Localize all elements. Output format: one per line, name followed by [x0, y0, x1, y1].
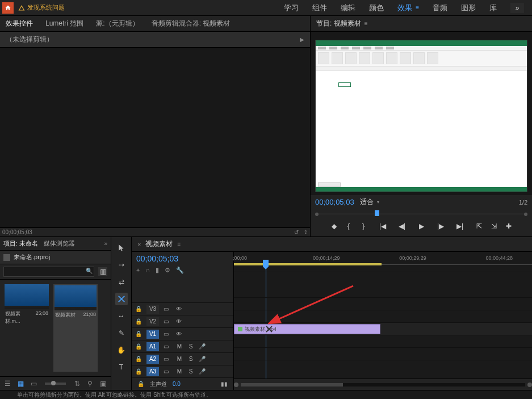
go-to-out-button[interactable]: ▶|	[455, 222, 464, 231]
tab-program[interactable]: 节目: 视频素材	[316, 19, 361, 28]
master-value[interactable]: 0.0	[173, 381, 181, 387]
hand-tool[interactable]: ✋	[115, 344, 128, 356]
timeline-timecode[interactable]: 00;00;05;03	[136, 254, 178, 263]
bin-item-sequence[interactable]: 视频素材 21;08	[53, 284, 98, 372]
tab-lumetri-scopes[interactable]: Lumetri 范围	[44, 16, 85, 31]
nav-audio[interactable]: 音频	[433, 3, 447, 13]
track-v2[interactable]	[234, 310, 532, 322]
timeline-horizontal-scroll[interactable]	[234, 379, 532, 390]
export-frame-button[interactable]: ✚	[504, 222, 513, 231]
settings-toggle[interactable]: ⚙	[165, 267, 170, 274]
new-item-button[interactable]: ▣	[99, 379, 107, 388]
lock-icon[interactable]: 🔒	[135, 356, 142, 362]
lock-icon[interactable]: 🔒	[137, 381, 144, 387]
scrub-playhead[interactable]	[375, 210, 379, 216]
sort-button[interactable]: ⇅	[73, 379, 81, 388]
toggle-output-icon[interactable]: ▭	[164, 368, 171, 375]
selection-tool[interactable]	[115, 242, 128, 254]
nav-assembly[interactable]: 组件	[312, 3, 327, 13]
nav-overflow-button[interactable]: »	[510, 3, 524, 13]
track-a1[interactable]	[234, 335, 532, 347]
icon-view-button[interactable]: ▦	[16, 379, 25, 388]
linked-selection-toggle[interactable]: ∩	[145, 267, 150, 274]
razor-tool[interactable]	[115, 293, 128, 305]
toggle-output-icon[interactable]: ▭	[164, 318, 171, 325]
program-monitor[interactable]	[311, 32, 532, 195]
wrench-icon[interactable]: 🔧	[176, 267, 184, 274]
program-scrubber[interactable]	[315, 209, 527, 217]
track-select-tool[interactable]: ⇢	[115, 259, 128, 271]
zoom-in-handle[interactable]	[527, 383, 532, 387]
program-timecode[interactable]: 00;00;05;03	[315, 198, 354, 206]
go-to-in-button[interactable]: |◀	[378, 222, 387, 231]
panel-overflow-icon[interactable]: »	[104, 240, 107, 247]
tab-project[interactable]: 项目: 未命名	[3, 239, 38, 248]
track-label[interactable]: A3	[146, 367, 159, 376]
play-button[interactable]: ▶	[417, 222, 426, 231]
track-label[interactable]: A2	[146, 355, 159, 364]
timeline-tracks[interactable]: ;00;0000;00;14;2900;00;29;2900;00;44;28 …	[234, 252, 532, 390]
snap-toggle[interactable]: ⌖	[136, 267, 140, 274]
voice-over-icon[interactable]: 🎤	[199, 343, 206, 350]
track-v3[interactable]	[234, 297, 532, 310]
voice-over-icon[interactable]: 🎤	[199, 368, 206, 375]
nav-learn[interactable]: 学习	[284, 3, 299, 13]
system-warning[interactable]: 发现系统问题	[18, 3, 65, 12]
video-clip[interactable]: 视频素材.mp4	[234, 324, 380, 334]
extract-button[interactable]: ⇲	[489, 222, 499, 231]
track-header-a2[interactable]: 🔒 A2 ▭ M S 🎤	[132, 352, 233, 365]
toggle-output-icon[interactable]: ▭	[164, 306, 171, 312]
new-bin-button[interactable]: ▥	[98, 267, 107, 276]
toggle-output-icon[interactable]: ▭	[164, 343, 171, 350]
tab-media-browser[interactable]: 媒体浏览器	[44, 239, 75, 248]
work-area-bar[interactable]	[234, 263, 382, 265]
track-header-a3[interactable]: 🔒 A3 ▭ M S 🎤	[132, 365, 233, 377]
eye-icon[interactable]: 👁	[176, 331, 184, 337]
track-label[interactable]: V2	[146, 317, 159, 326]
type-tool[interactable]: T	[115, 361, 128, 373]
zoom-fit-select[interactable]: 适合 ▾	[360, 197, 379, 207]
tab-audio-clip-mixer[interactable]: 音频剪辑混合器: 视频素材	[150, 16, 232, 31]
master-meter-icon[interactable]: ▮▮	[221, 381, 228, 387]
lock-icon[interactable]: 🔒	[135, 331, 142, 337]
playhead-handle[interactable]	[263, 260, 269, 267]
mute-button[interactable]: M	[176, 343, 183, 350]
nav-edit[interactable]: 编辑	[341, 3, 355, 13]
source-timecode[interactable]: 00;00;05;03	[2, 229, 32, 235]
subheader-expand-icon[interactable]: ▶	[300, 36, 304, 43]
solo-button[interactable]: S	[187, 343, 194, 350]
mark-in-button[interactable]: ◆	[329, 222, 338, 231]
solo-button[interactable]: S	[187, 368, 194, 375]
nav-color[interactable]: 颜色	[369, 3, 384, 13]
in-bracket-button[interactable]: {	[344, 222, 353, 231]
source-export-icon[interactable]: ⇪	[303, 229, 308, 235]
track-header-v3[interactable]: 🔒 V3 ▭ 👁	[132, 302, 233, 315]
track-label[interactable]: V1	[146, 330, 159, 339]
step-forward-button[interactable]: |▶	[436, 222, 445, 231]
track-header-master[interactable]: 🔒 主声道 0.0 ▮▮	[132, 377, 233, 390]
track-header-v2[interactable]: 🔒 V2 ▭ 👁	[132, 315, 233, 327]
nav-effects[interactable]: 效果	[397, 3, 412, 13]
close-sequence-button[interactable]: ×	[137, 241, 141, 248]
zoom-resolution[interactable]: 1/2	[519, 199, 527, 206]
tab-effect-controls[interactable]: 效果控件	[5, 16, 34, 31]
scroll-thumb[interactable]	[241, 383, 343, 386]
freeform-view-button[interactable]: ▭	[30, 379, 38, 388]
zoom-out-handle[interactable]	[234, 383, 238, 387]
find-button[interactable]: ⚲	[86, 379, 94, 388]
track-a2[interactable]	[234, 347, 532, 360]
mute-button[interactable]: M	[176, 356, 183, 362]
eye-icon[interactable]: 👁	[176, 306, 184, 312]
thumbnail-size-slider[interactable]	[45, 383, 66, 385]
ripple-edit-tool[interactable]: ⇄	[115, 276, 128, 288]
lock-icon[interactable]: 🔒	[135, 318, 142, 325]
eye-icon[interactable]: 👁	[176, 318, 184, 325]
sequence-name[interactable]: 视频素材	[145, 239, 173, 249]
lock-icon[interactable]: 🔒	[135, 306, 142, 312]
tab-source-noclip[interactable]: 源:（无剪辑）	[95, 16, 140, 31]
track-a3[interactable]	[234, 360, 532, 372]
slip-tool[interactable]: ↔	[115, 310, 128, 322]
nav-library[interactable]: 库	[489, 3, 497, 13]
timeline-panel-menu-icon[interactable]: ≡	[177, 241, 181, 247]
out-bracket-button[interactable]: }	[359, 222, 368, 231]
